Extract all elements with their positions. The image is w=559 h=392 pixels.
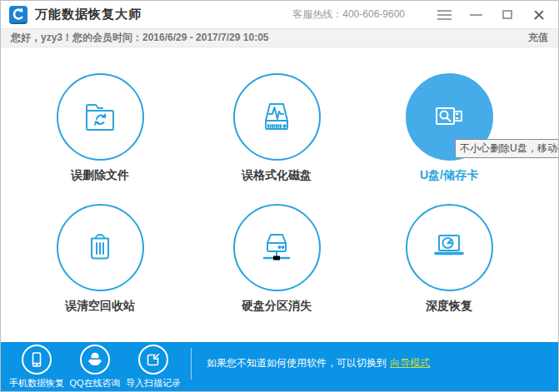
app-logo-icon	[9, 6, 27, 24]
app-window: 万能数据恢复大师 客服热线：400-606-9600 您好，yzy3！您的会员时…	[0, 0, 559, 392]
mode-tile-recycle-bin[interactable]: 误清空回收站	[21, 204, 179, 314]
recharge-button[interactable]: 充值	[528, 31, 548, 45]
app-title: 万能数据恢复大师	[35, 7, 142, 22]
mode-label: 误格式化磁盘	[197, 168, 356, 183]
footer-hint: 如果您不知道如何使用软件，可以切换到向导模式	[207, 356, 430, 370]
mode-tile-deep-recovery[interactable]: 深度恢复	[370, 204, 528, 314]
member-greeting: 您好，yzy3！您的会员时间：2016/6/29 - 2017/7/29 10:…	[11, 31, 268, 45]
footer-bar: 手机数据恢复 QQ在线咨询 导入扫描记录	[1, 342, 558, 391]
mode-tile-formatted-disk[interactable]: 误格式化磁盘	[197, 73, 356, 183]
footer-action-import-scan[interactable]: 导入扫描记录	[124, 345, 182, 390]
minimize-icon[interactable]	[465, 6, 487, 24]
footer-action-label: 导入扫描记录	[126, 377, 181, 390]
title-bar: 万能数据恢复大师 客服热线：400-606-9600	[1, 1, 558, 28]
footer-action-label: 手机数据恢复	[9, 377, 64, 390]
qq-icon	[80, 345, 110, 375]
laptop-pie-icon[interactable]	[406, 204, 493, 291]
mode-label: 深度恢复	[370, 299, 528, 314]
hotline-text: 客服热线：400-606-9600	[292, 7, 405, 22]
mode-label: 误清空回收站	[21, 299, 179, 314]
mode-tile-usb-card[interactable]: U盘/储存卡	[370, 73, 528, 183]
import-icon	[138, 345, 168, 375]
mode-label: U盘/储存卡	[370, 168, 528, 183]
disk-pulse-icon[interactable]	[233, 73, 321, 161]
menu-icon[interactable]	[433, 6, 455, 24]
footer-action-phone-recovery[interactable]: 手机数据恢复	[7, 345, 66, 390]
mode-label: 硬盘分区消失	[197, 299, 356, 314]
footer-action-qq-support[interactable]: QQ在线咨询	[66, 345, 124, 390]
usb-tooltip: 不小心删除U盘，移动硬盘和各	[455, 139, 559, 158]
member-bar: 您好，yzy3！您的会员时间：2016/6/29 - 2017/7/29 10:…	[1, 28, 558, 47]
partition-icon[interactable]	[233, 204, 321, 291]
maximize-icon[interactable]	[497, 6, 518, 24]
mode-tile-deleted-files[interactable]: 误删除文件	[21, 73, 179, 183]
phone-icon	[22, 345, 52, 375]
mode-grid: 误删除文件 误格式化磁盘	[1, 47, 558, 344]
footer-divider	[191, 348, 192, 380]
footer-hint-text: 如果您不知道如何使用软件，可以切换到	[207, 357, 387, 369]
footer-action-label: QQ在线咨询	[69, 377, 120, 390]
mode-tile-lost-partition[interactable]: 硬盘分区消失	[197, 204, 356, 314]
close-icon[interactable]	[528, 6, 550, 24]
trash-icon[interactable]	[57, 204, 144, 291]
wizard-mode-link[interactable]: 向导模式	[390, 357, 430, 369]
folder-restore-icon[interactable]	[57, 73, 144, 161]
mode-label: 误删除文件	[21, 168, 179, 183]
